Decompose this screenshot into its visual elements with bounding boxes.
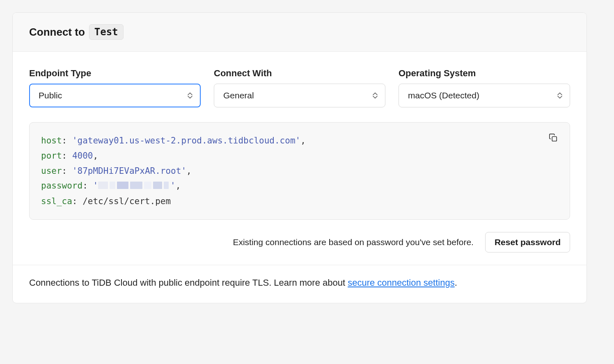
endpoint-type-field: Endpoint Type Public: [29, 68, 201, 107]
updown-caret-icon: [373, 93, 378, 99]
cluster-name-chip: Test: [89, 24, 124, 40]
code-sslca-value: /etc/ssl/cert.pem: [82, 196, 171, 206]
code-port-key: port: [41, 151, 62, 161]
connect-with-field: Connect With General: [214, 68, 385, 107]
connection-code-block: host: 'gateway01.us-west-2.prod.aws.tidb…: [29, 122, 570, 220]
selectors-row: Endpoint Type Public Connect With Genera…: [29, 68, 570, 107]
code-sslca-key: ssl_ca: [41, 196, 72, 206]
code-password-key: password: [41, 181, 82, 191]
updown-caret-icon: [188, 93, 192, 99]
dialog-title: Connect to Test: [29, 24, 124, 40]
endpoint-type-value: Public: [39, 91, 62, 100]
code-user-key: user: [41, 166, 62, 176]
os-select[interactable]: macOS (Detected): [399, 84, 570, 107]
endpoint-type-label: Endpoint Type: [29, 68, 201, 79]
endpoint-type-select[interactable]: Public: [29, 84, 201, 107]
svg-rect-0: [552, 136, 557, 141]
code-host-key: host: [41, 136, 62, 146]
code-user-value: '87pMDHi7EVaPxAR.root': [72, 166, 186, 176]
secure-connection-link[interactable]: secure connection settings: [348, 278, 455, 288]
tls-note-text: Connections to TiDB Cloud with public en…: [29, 278, 348, 288]
os-label: Operating System: [399, 68, 570, 79]
updown-caret-icon: [557, 93, 562, 99]
dialog-header: Connect to Test: [13, 13, 587, 52]
connect-with-value: General: [223, 91, 254, 100]
reset-password-button[interactable]: Reset password: [485, 232, 570, 253]
copy-icon: [549, 133, 558, 143]
copy-button[interactable]: [546, 131, 561, 146]
connect-dialog: Connect to Test Endpoint Type Public Con…: [12, 12, 587, 303]
dialog-body: Endpoint Type Public Connect With Genera…: [13, 52, 587, 265]
code-port-value: 4000: [72, 151, 93, 161]
password-note-row: Existing connections are based on passwo…: [29, 232, 570, 253]
connect-with-label: Connect With: [214, 68, 385, 79]
dialog-footer: Connections to TiDB Cloud with public en…: [13, 265, 587, 303]
code-host-value: 'gateway01.us-west-2.prod.aws.tidbcloud.…: [72, 136, 300, 146]
os-value: macOS (Detected): [408, 91, 479, 100]
password-obscured: [98, 179, 170, 194]
password-note: Existing connections are based on passwo…: [233, 237, 474, 247]
connect-with-select[interactable]: General: [214, 84, 385, 107]
os-field: Operating System macOS (Detected): [399, 68, 570, 107]
title-prefix: Connect to: [29, 26, 85, 39]
